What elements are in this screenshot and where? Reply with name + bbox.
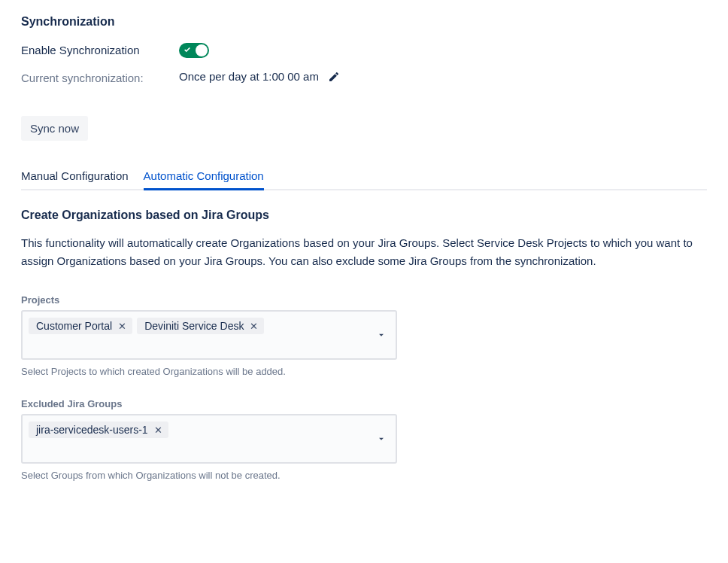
section-title: Synchronization (21, 15, 707, 29)
project-tag: Deviniti Service Desk✕ (137, 318, 264, 334)
toggle-knob (196, 44, 208, 56)
enable-sync-toggle[interactable] (179, 43, 209, 58)
projects-label: Projects (21, 294, 707, 306)
project-tag-label: Deviniti Service Desk (144, 320, 244, 332)
sync-now-button[interactable]: Sync now (21, 116, 88, 141)
excluded-group-tag: jira-servicedesk-users-1✕ (29, 421, 168, 438)
edit-schedule-button[interactable] (328, 71, 340, 83)
excluded-groups-multiselect[interactable]: jira-servicedesk-users-1✕ (21, 414, 397, 464)
chevron-down-icon[interactable] (376, 330, 387, 342)
current-sync-label: Current synchronization: (21, 70, 179, 86)
excluded-groups-hint: Select Groups from which Organizations w… (21, 470, 707, 481)
project-tag-label: Customer Portal (36, 320, 112, 332)
chevron-down-icon[interactable] (376, 434, 387, 446)
check-icon (184, 46, 191, 55)
project-tag: Customer Portal✕ (29, 318, 132, 334)
auto-section-heading: Create Organizations based on Jira Group… (21, 208, 707, 222)
projects-hint: Select Projects to which created Organiz… (21, 366, 707, 377)
auto-section-description: This functionality will automatically cr… (21, 234, 707, 270)
excluded-group-tag-label: jira-servicedesk-users-1 (36, 424, 148, 436)
config-tabs: Manual Configuration Automatic Configura… (21, 162, 707, 190)
tab-automatic-configuration[interactable]: Automatic Configuration (144, 163, 264, 190)
close-icon[interactable]: ✕ (248, 321, 259, 331)
excluded-groups-label: Excluded Jira Groups (21, 398, 707, 409)
enable-sync-label: Enable Synchronization (21, 42, 179, 58)
close-icon[interactable]: ✕ (117, 321, 128, 331)
close-icon[interactable]: ✕ (153, 425, 164, 435)
projects-multiselect[interactable]: Customer Portal✕Deviniti Service Desk✕ (21, 310, 397, 360)
tab-manual-configuration[interactable]: Manual Configuration (21, 163, 129, 190)
current-sync-value: Once per day at 1:00 00 am (179, 70, 319, 83)
